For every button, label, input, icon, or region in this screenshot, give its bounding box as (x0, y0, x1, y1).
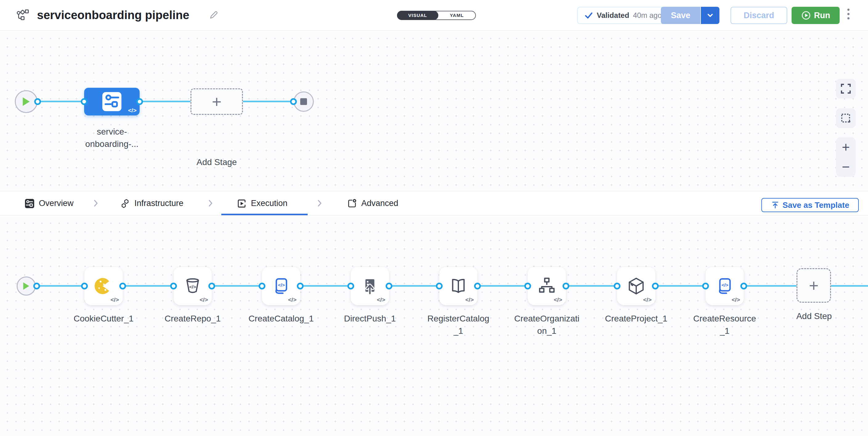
selection-box-icon (840, 113, 851, 124)
stage-overview-icon (25, 199, 34, 208)
open-book-icon (449, 276, 468, 296)
connector-port[interactable] (385, 283, 393, 290)
add-step-label[interactable]: Add Step (780, 310, 848, 323)
connector-port[interactable] (34, 98, 41, 105)
zoom-to-fit-button[interactable] (836, 79, 856, 99)
connector-port[interactable] (170, 283, 177, 290)
connector-port[interactable] (119, 283, 126, 290)
add-stage-button[interactable]: + (190, 88, 243, 115)
connector-port[interactable] (474, 283, 481, 290)
execution-icon (237, 199, 247, 208)
step-node-createorganization[interactable]: </> (528, 267, 566, 305)
chevron-right-icon (316, 199, 323, 207)
connector-port[interactable] (562, 283, 569, 290)
step-yaml-badge: </> (288, 297, 297, 303)
step-name-label[interactable]: CreateRepo_1 (159, 312, 226, 325)
svg-text:</>: </> (278, 282, 285, 288)
start-play-icon (23, 282, 29, 290)
step-node-createcatalog[interactable]: </> </> (262, 267, 300, 305)
connector-port[interactable] (258, 283, 266, 290)
run-play-icon (801, 10, 811, 20)
tab-overview[interactable]: Overview (25, 191, 74, 215)
more-options-menu-icon[interactable] (844, 9, 852, 20)
tab-advanced[interactable]: Advanced (347, 191, 398, 215)
add-step-button[interactable]: + (797, 268, 831, 303)
plus-icon: + (212, 92, 222, 111)
step-node-createproject[interactable]: </> (617, 267, 655, 305)
add-stage-label[interactable]: Add Stage (183, 156, 251, 168)
connector-port[interactable] (614, 283, 620, 290)
upload-icon (771, 201, 779, 209)
execution-start-node (17, 276, 36, 296)
connector-port[interactable] (702, 283, 709, 290)
save-button[interactable]: Save (661, 7, 700, 24)
custom-stage-icon (102, 92, 121, 111)
step-name-label[interactable]: CreateProject_1 (603, 312, 670, 325)
direct-push-icon (360, 276, 379, 296)
active-tab-underline (221, 214, 308, 215)
chevron-right-icon (207, 199, 214, 207)
connector-port[interactable] (81, 98, 88, 105)
step-yaml-badge: </> (554, 297, 562, 303)
connector-port[interactable] (436, 283, 443, 290)
catalog-code-scroll-icon: </> (715, 276, 734, 296)
step-node-cookiecutter[interactable]: </> (85, 267, 123, 305)
validation-status-badge[interactable]: Validated 40m ago (577, 7, 669, 24)
step-node-registercatalog[interactable]: </> (439, 267, 477, 305)
pipeline-graph-icon (16, 9, 30, 22)
save-split-button: Save (661, 7, 719, 24)
org-chart-icon (537, 276, 556, 296)
execution-canvas[interactable]: </> CookieCutter_1 </> </> CreateRepo_1 (0, 216, 868, 436)
step-node-directpush[interactable]: </> (351, 267, 389, 305)
connector-port[interactable] (81, 283, 88, 290)
connector-port[interactable] (33, 283, 40, 290)
zoom-in-button[interactable]: + (842, 140, 850, 154)
connector-port[interactable] (740, 283, 747, 290)
step-name-label[interactable]: CreateCatalog_1 (248, 312, 314, 325)
header: serviceonboarding pipeline VISUAL YAML V… (0, 0, 868, 31)
connector-port[interactable] (524, 283, 531, 290)
step-name-label[interactable]: CookieCutter_1 (70, 312, 137, 325)
stage-yaml-badge: </> (128, 107, 136, 114)
save-dropdown-button[interactable] (700, 7, 719, 24)
tab-infrastructure[interactable]: Infrastructure (120, 191, 183, 215)
connector-port[interactable] (290, 98, 297, 105)
tab-execution[interactable]: Execution (237, 191, 287, 215)
stage-canvas[interactable]: </> service-onboarding-... + Add Stage (0, 31, 868, 191)
step-node-createrepo[interactable]: </> </> (174, 267, 212, 305)
toggle-yaml[interactable]: YAML (439, 11, 475, 20)
start-play-icon (23, 97, 30, 106)
pipeline-studio: serviceonboarding pipeline VISUAL YAML V… (0, 0, 868, 436)
stage-name-label[interactable]: service-onboarding-... (80, 126, 144, 150)
page-title: serviceonboarding pipeline (37, 9, 189, 22)
step-name-label[interactable]: DirectPush_1 (337, 312, 403, 325)
step-name-label[interactable]: CreateResource_1 (691, 312, 758, 337)
fullscreen-icon (841, 83, 851, 94)
connector-port[interactable] (297, 283, 304, 290)
zoom-out-button[interactable]: − (842, 160, 850, 174)
step-yaml-badge: </> (111, 297, 119, 303)
reset-selection-button[interactable] (836, 108, 856, 128)
step-name-label[interactable]: RegisterCatalog_1 (425, 312, 492, 337)
run-button[interactable]: Run (792, 7, 840, 24)
connector-port[interactable] (208, 283, 215, 290)
step-yaml-badge: </> (643, 297, 652, 303)
connector-line (31, 101, 295, 102)
step-node-createresource[interactable]: </> </> (706, 267, 744, 305)
catalog-code-scroll-icon: </> (272, 276, 291, 296)
run-label: Run (814, 11, 830, 20)
step-yaml-badge: </> (200, 297, 208, 303)
discard-button[interactable]: Discard (731, 7, 787, 24)
connector-port[interactable] (652, 283, 659, 290)
step-name-label[interactable]: CreateOrganization_1 (514, 312, 580, 337)
connector-port[interactable] (136, 98, 143, 105)
validation-time: 40m ago (633, 11, 661, 20)
toggle-visual[interactable]: VISUAL (397, 11, 438, 20)
edit-title-icon[interactable] (208, 10, 219, 20)
stop-square-icon (300, 98, 307, 105)
save-as-template-button[interactable]: Save as Template (761, 198, 859, 212)
step-yaml-badge: </> (377, 297, 385, 303)
stage-node-service-onboarding[interactable]: </> (84, 88, 140, 115)
cookie-cutter-icon (94, 276, 113, 296)
connector-port[interactable] (347, 283, 354, 290)
